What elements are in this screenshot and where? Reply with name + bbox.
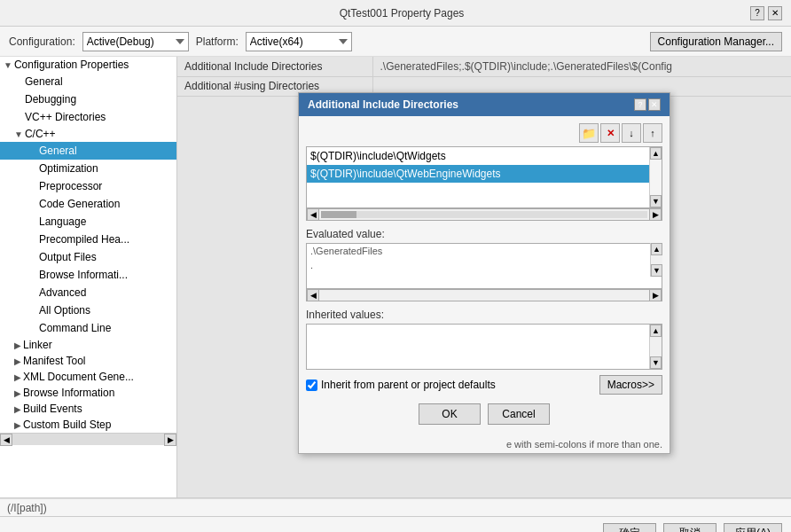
tree-item-command-line[interactable]: Command Line	[0, 319, 176, 337]
manifest-arrow: ▶	[14, 356, 21, 366]
dir-toolbar: 📁 ✕ ↓ ↑	[306, 123, 662, 143]
move-up-btn[interactable]: ↑	[643, 123, 662, 143]
modal-title: Additional Include Directories	[308, 98, 458, 111]
dir-list[interactable]: $(QTDIR)\include\QtWidgets $(QTDIR)\incl…	[306, 146, 662, 208]
tree-item-all-options[interactable]: All Options	[0, 301, 176, 319]
vscroll-down[interactable]: ▼	[650, 195, 662, 207]
inherit-check-label[interactable]: Inherit from parent or project defaults	[306, 379, 496, 391]
hscroll-track	[321, 211, 647, 218]
move-down-btn[interactable]: ↓	[622, 123, 641, 143]
new-folder-btn[interactable]: 📁	[579, 123, 599, 143]
xml-arrow: ▶	[14, 372, 21, 382]
eval-vscroll[interactable]: ▲ ▼	[650, 243, 662, 277]
modal-body: 📁 ✕ ↓ ↑ $(QTDIR)\include\QtWidgets $(QTD…	[299, 116, 670, 439]
modal-title-buttons[interactable]: ? ✕	[634, 98, 661, 111]
dir-list-container: $(QTDIR)\include\QtWidgets $(QTDIR)\incl…	[306, 146, 662, 221]
additional-include-dialog: Additional Include Directories ? ✕ 📁 ✕ ↓…	[298, 92, 670, 454]
tree-item-precompiled[interactable]: Precompiled Hea...	[0, 231, 176, 248]
tree-item-custom-build[interactable]: ▶ Custom Build Step	[0, 417, 176, 433]
dir-list-item-1[interactable]: $(QTDIR)\include\QtWebEngineWidgets	[307, 165, 662, 183]
title-bar-buttons[interactable]: ? ✕	[750, 6, 782, 20]
inherited-vscroll[interactable]: ▲ ▼	[649, 325, 662, 369]
scroll-left-arrow[interactable]: ◀	[0, 434, 12, 446]
tree-item-optimization[interactable]: Optimization	[0, 160, 176, 177]
config-label: Configuration:	[9, 35, 75, 48]
vscroll-up[interactable]: ▲	[650, 147, 662, 160]
tree-item-cpp[interactable]: ▼ C/C++	[0, 126, 176, 142]
cancel-button[interactable]: Cancel	[488, 403, 550, 425]
bottom-bar: 确定 取消 应用(A)	[0, 516, 791, 532]
eval-label: Evaluated value:	[306, 228, 662, 240]
tree-item-advanced[interactable]: Advanced	[0, 284, 176, 301]
tree-item-preprocessor[interactable]: Preprocessor	[0, 177, 176, 195]
status-bar: (/I[path])	[0, 498, 791, 516]
inherited-box-container: ▲ ▼	[306, 324, 662, 370]
vscroll-track	[650, 160, 662, 195]
title-bar: QtTest001 Property Pages ? ✕	[0, 0, 791, 27]
apply-button[interactable]: 应用(A)	[724, 523, 782, 533]
modal-overlay: Additional Include Directories ? ✕ 📁 ✕ ↓…	[177, 57, 791, 497]
tree-item-vcpp-dirs[interactable]: VC++ Directories	[0, 108, 176, 126]
dir-list-item-0[interactable]: $(QTDIR)\include\QtWidgets	[307, 147, 662, 165]
hscroll-left[interactable]: ◀	[307, 208, 319, 221]
tree-item-browse-information[interactable]: ▶ Browse Information	[0, 385, 176, 401]
macros-button[interactable]: Macros>>	[599, 375, 662, 395]
left-panel: ▼ Configuration Properties General Debug…	[0, 57, 177, 497]
confirm-button[interactable]: 确定	[603, 523, 656, 533]
status-text: (/I[path])	[7, 502, 47, 514]
modal-close-btn[interactable]: ✕	[648, 98, 661, 111]
config-select[interactable]: Active(Debug)	[82, 32, 189, 51]
ok-button[interactable]: OK	[419, 403, 481, 425]
tree-item-linker[interactable]: ▶ Linker	[0, 337, 176, 353]
inherited-label: Inherited values:	[306, 309, 662, 321]
modal-help-btn[interactable]: ?	[634, 98, 646, 111]
custom-arrow: ▶	[14, 420, 21, 430]
eval-hscroll[interactable]: ◀ ▶	[306, 289, 662, 301]
inherit-check-text: Inherit from parent or project defaults	[321, 379, 496, 391]
modal-ok-cancel: OK Cancel	[306, 403, 662, 432]
inherit-row: Inherit from parent or project defaults …	[306, 375, 662, 395]
expand-arrow: ▼	[4, 60, 12, 70]
right-panel: Additional Include Directories .\Generat…	[177, 57, 791, 497]
tree-item-cpp-general[interactable]: General	[0, 142, 176, 160]
dir-list-vscroll[interactable]: ▲ ▼	[649, 147, 662, 207]
cpp-expand-arrow: ▼	[14, 129, 23, 139]
inherited-box: ▲ ▼	[306, 324, 662, 370]
hscroll-thumb[interactable]	[321, 211, 356, 218]
tree-hscroll[interactable]: ◀ ▶	[0, 433, 176, 445]
tree-item-general[interactable]: General	[0, 73, 176, 90]
tree-item-code-gen[interactable]: Code Generation	[0, 195, 176, 213]
platform-select[interactable]: Active(x64)	[246, 32, 352, 51]
eval-box: .\GeneratedFiles .	[306, 243, 662, 289]
eval-section: Evaluated value: .\GeneratedFiles . ▲ ▼	[306, 228, 662, 301]
window-title: QtTest001 Property Pages	[53, 7, 750, 20]
modal-title-bar: Additional Include Directories ? ✕	[299, 93, 670, 116]
tree-item-xml-doc[interactable]: ▶ XML Document Gene...	[0, 369, 176, 385]
delete-btn[interactable]: ✕	[600, 123, 620, 143]
cancel-main-button[interactable]: 取消	[663, 523, 717, 533]
dir-hscroll[interactable]: ◀ ▶	[306, 208, 662, 221]
close-button[interactable]: ✕	[768, 6, 782, 20]
scroll-right-arrow[interactable]: ▶	[164, 434, 176, 446]
linker-arrow: ▶	[14, 340, 21, 350]
browse-arrow: ▶	[14, 388, 21, 398]
tree-item-language[interactable]: Language	[0, 213, 176, 231]
tree-item-output-files[interactable]: Output Files	[0, 248, 176, 266]
tree-root-config[interactable]: ▼ Configuration Properties	[0, 57, 176, 73]
platform-label: Platform:	[196, 35, 239, 48]
hscroll-right[interactable]: ▶	[649, 208, 662, 221]
eval-line-1: .	[307, 258, 662, 272]
help-button[interactable]: ?	[750, 6, 764, 20]
tree-item-build-events[interactable]: ▶ Build Events	[0, 401, 176, 417]
tree-item-debugging[interactable]: Debugging	[0, 90, 176, 108]
config-bar: Configuration: Active(Debug) Platform: A…	[0, 27, 791, 57]
tree-item-manifest[interactable]: ▶ Manifest Tool	[0, 353, 176, 369]
bottom-buttons: 确定 取消 应用(A)	[603, 523, 782, 533]
note-text: e with semi-colons if more than one.	[299, 439, 670, 453]
main-content: ▼ Configuration Properties General Debug…	[0, 57, 791, 498]
eval-line-0: .\GeneratedFiles	[307, 244, 662, 258]
inherited-section: Inherited values: ▲ ▼	[306, 309, 662, 370]
tree-item-browse-info[interactable]: Browse Informati...	[0, 266, 176, 284]
inherit-checkbox[interactable]	[306, 379, 317, 391]
config-manager-button[interactable]: Configuration Manager...	[650, 32, 782, 51]
